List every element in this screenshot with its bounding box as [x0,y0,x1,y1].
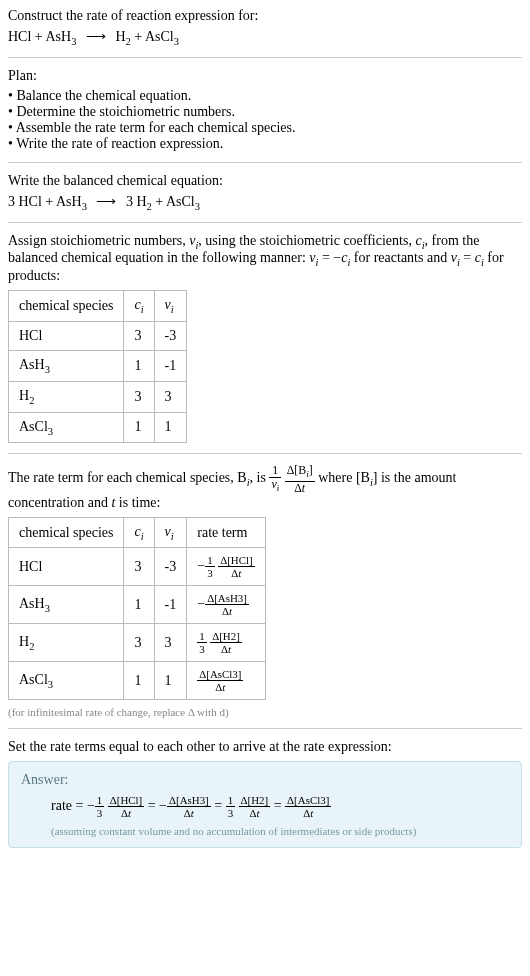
balanced-section: Write the balanced chemical equation: 3 … [8,173,522,212]
stoich-intro: Assign stoichiometric numbers, νi, using… [8,233,522,285]
cell-c: 1 [124,350,154,381]
table-row: AsCl3 1 1 [9,412,187,443]
plan-item: • Determine the stoichiometric numbers. [8,104,522,120]
col-c: ci [124,517,154,548]
plan-item: • Assemble the rate term for each chemic… [8,120,522,136]
balanced-equation: 3 HCl + AsH3 ⟶ 3 H2 + AsCl3 [8,193,522,212]
table-row: H2 3 3 13 Δ[H2]Δt [9,624,266,662]
cell-species: H2 [9,381,124,412]
final-title: Set the rate terms equal to each other t… [8,739,522,755]
col-v: νi [154,291,187,322]
table-row: H2 3 3 [9,381,187,412]
plan-item: • Balance the chemical equation. [8,88,522,104]
plan-title: Plan: [8,68,522,84]
text: where [B [315,471,370,486]
col-v: νi [154,517,187,548]
text: The rate term for each chemical species,… [8,471,247,486]
cell-species: AsH3 [9,350,124,381]
col-species: chemical species [9,517,124,548]
answer-expression: rate = −13 Δ[HCl]Δt = −Δ[AsH3]Δt = 13 Δ[… [51,794,509,819]
text: rate = [51,798,87,813]
header-section: Construct the rate of reaction expressio… [8,8,522,47]
col-rate: rate term [187,517,265,548]
cell-v: 1 [154,412,187,443]
table-header-row: chemical species ci νi rate term [9,517,266,548]
table-header-row: chemical species ci νi [9,291,187,322]
cell-c: 3 [124,321,154,350]
text: for reactants and [350,250,450,265]
unbalanced-equation: HCl + AsH3 ⟶ H2 + AsCl3 [8,28,522,47]
cell-rate: −Δ[AsH3]Δt [187,586,265,624]
balanced-title: Write the balanced chemical equation: [8,173,522,189]
cell-v: -3 [154,321,187,350]
cell-c: 3 [124,548,154,586]
plan-list: • Balance the chemical equation. • Deter… [8,88,522,152]
cell-rate: Δ[AsCl3]Δt [187,662,265,700]
cell-rate: 13 Δ[H2]Δt [187,624,265,662]
text: is time: [115,495,160,510]
divider [8,453,522,454]
cell-species: AsCl3 [9,662,124,700]
cell-c: 1 [124,412,154,443]
rateterm-note: (for infinitesimal rate of change, repla… [8,706,522,718]
cell-v: -1 [154,586,187,624]
answer-box: Answer: rate = −13 Δ[HCl]Δt = −Δ[AsH3]Δt… [8,761,522,848]
stoich-table: chemical species ci νi HCl 3 -3 AsH3 1 -… [8,290,187,443]
cell-v: 3 [154,624,187,662]
col-species: chemical species [9,291,124,322]
cell-species: HCl [9,548,124,586]
divider [8,222,522,223]
cell-v: -1 [154,350,187,381]
col-c: ci [124,291,154,322]
cell-species: AsCl3 [9,412,124,443]
cell-species: AsH3 [9,586,124,624]
stoich-section: Assign stoichiometric numbers, νi, using… [8,233,522,444]
text: , using the stoichiometric coefficients, [198,233,415,248]
divider [8,57,522,58]
plan-item: • Write the rate of reaction expression. [8,136,522,152]
table-row: AsH3 1 -1 −Δ[AsH3]Δt [9,586,266,624]
cell-c: 1 [124,662,154,700]
table-row: HCl 3 -3 −13 Δ[HCl]Δt [9,548,266,586]
cell-c: 1 [124,586,154,624]
final-section: Set the rate terms equal to each other t… [8,739,522,848]
cell-species: HCl [9,321,124,350]
answer-label: Answer: [21,772,509,788]
cell-c: 3 [124,381,154,412]
rateterm-table: chemical species ci νi rate term HCl 3 -… [8,517,266,701]
cell-v: -3 [154,548,187,586]
header-prompt: Construct the rate of reaction expressio… [8,8,522,24]
cell-species: H2 [9,624,124,662]
cell-c: 3 [124,624,154,662]
text: Assign stoichiometric numbers, [8,233,189,248]
rateterm-section: The rate term for each chemical species,… [8,464,522,718]
table-row: AsH3 1 -1 [9,350,187,381]
plan-section: Plan: • Balance the chemical equation. •… [8,68,522,152]
table-row: AsCl3 1 1 Δ[AsCl3]Δt [9,662,266,700]
table-row: HCl 3 -3 [9,321,187,350]
cell-v: 3 [154,381,187,412]
rateterm-intro: The rate term for each chemical species,… [8,464,522,510]
cell-rate: −13 Δ[HCl]Δt [187,548,265,586]
cell-v: 1 [154,662,187,700]
divider [8,728,522,729]
text: , is [250,471,270,486]
answer-note: (assuming constant volume and no accumul… [51,825,509,837]
divider [8,162,522,163]
